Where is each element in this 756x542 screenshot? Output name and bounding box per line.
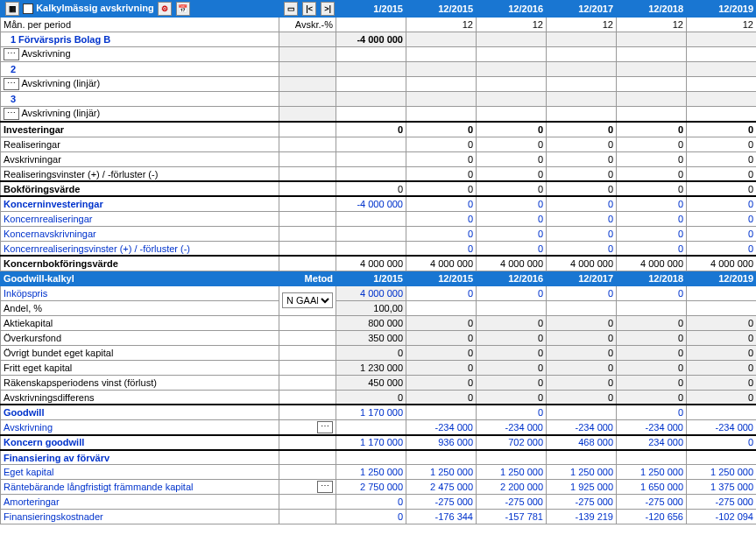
gw-inkopspris: Inköpspris <box>1 285 279 300</box>
man-per-period-label: Mån. per period <box>1 18 279 32</box>
koncern-realvinster: Koncernrealiseringsvinster (+) / -förlus… <box>1 241 279 256</box>
row2-label: 2 <box>1 62 279 77</box>
row1-text: Förvärspris Bolag B <box>18 34 110 45</box>
row1-v3[interactable] <box>547 32 617 47</box>
menu-icon[interactable]: ▦ <box>5 2 19 16</box>
row3-label: 3 <box>1 92 279 107</box>
row3-num: 3 <box>4 94 16 104</box>
header-checkbox[interactable] <box>23 4 33 14</box>
row1-v4[interactable] <box>617 32 687 47</box>
man-v2: 12 <box>477 18 547 32</box>
row3-avskr: ⋯ Avskrivning (linjär) <box>1 107 279 123</box>
koncern-avskrivningar: Koncernavskrivningar <box>1 226 279 241</box>
row1-v1[interactable] <box>406 32 477 47</box>
row1-avskr-pct[interactable] <box>279 47 336 62</box>
row3-pct[interactable] <box>279 92 336 107</box>
row1-avskr: ⋯ Avskrivning <box>1 47 279 62</box>
row2-more-icon[interactable]: ⋯ <box>4 78 19 90</box>
row1-pct[interactable] <box>279 32 336 47</box>
row2-avskr-pct[interactable] <box>279 77 336 92</box>
nav-icon[interactable]: ▭ <box>284 2 298 16</box>
gw-avskr-btn-cell: ⋯ <box>279 419 336 435</box>
gw-aktiekapital: Aktiekapital <box>1 315 279 330</box>
period-col-0: 1/2015 <box>336 1 406 18</box>
sum-realiseringar: Realiseringar <box>1 137 279 151</box>
sum-avskrivningar: Avskrivningar <box>1 151 279 166</box>
gw-konc: Koncern goodwill <box>1 435 279 450</box>
gw-ovrigt: Övrigt bundet eget kapital <box>1 345 279 360</box>
finans-eget: Eget kapital <box>1 465 279 480</box>
row1-v2[interactable] <box>477 32 547 47</box>
man-v5: 12 <box>687 18 757 32</box>
row1-label: 1 Förvärspris Bolag B <box>1 32 279 47</box>
header-title: Kalkylmässig avskrivning <box>36 3 154 13</box>
period-col-5: 12/2019 <box>687 1 757 18</box>
row1-v5[interactable] <box>687 32 757 47</box>
gw-avskr-more-icon[interactable]: ⋯ <box>317 421 333 433</box>
gw-goodwill: Goodwill <box>1 405 279 419</box>
koncern-realiseringar: Koncernrealiseringar <box>1 211 279 226</box>
gw-andel: Andel, % <box>1 300 279 315</box>
row2-pct[interactable] <box>279 62 336 77</box>
finans-finkost: Finansieringskostnader <box>1 510 279 524</box>
period-col-4: 12/2018 <box>617 1 687 18</box>
finans-amort: Amorteringar <box>1 495 279 510</box>
rantebar-btn-cell: ⋯ <box>279 480 336 495</box>
period-col-1: 12/2015 <box>406 1 477 18</box>
gw-avskrivning: Avskrivning <box>1 419 279 435</box>
rantebar-more-icon[interactable]: ⋯ <box>317 481 333 493</box>
row2-num: 2 <box>4 64 16 74</box>
row1-num: 1 <box>4 34 16 45</box>
metod-dropdown[interactable]: N GAAP <box>282 292 333 308</box>
toolbar-mid: ▭ |< >| ▼ <box>279 1 336 18</box>
gw-fritt: Fritt eget kapital <box>1 360 279 375</box>
row3-avskr-text: Avskrivning (linjär) <box>21 108 100 118</box>
row3-more-icon[interactable]: ⋯ <box>4 108 19 120</box>
sum-bokforingsvarde: Bokföringsvärde <box>1 181 279 196</box>
goodwill-title: Goodwill-kalkyl <box>1 271 279 285</box>
finans-title: Finansiering av förvärv <box>1 450 279 465</box>
row2-avskr: ⋯ Avskrivning (linjär) <box>1 77 279 92</box>
gw-avskrdiff: Avskrivningsdifferens <box>1 390 279 405</box>
tool-icon-1[interactable]: ⚙ <box>158 2 172 16</box>
row3-avskr-pct[interactable] <box>279 107 336 123</box>
man-v4: 12 <box>617 18 687 32</box>
row1-v0[interactable]: -4 000 000 <box>336 32 406 47</box>
prev-icon[interactable]: |< <box>302 2 316 16</box>
metod-dropdown-cell: N GAAP <box>279 285 336 315</box>
next-icon[interactable]: >| <box>321 2 335 16</box>
goodwill-metod-label: Metod <box>279 271 336 285</box>
man-v1: 12 <box>406 18 477 32</box>
period-col-2: 12/2016 <box>477 1 547 18</box>
row1-more-icon[interactable]: ⋯ <box>4 48 19 60</box>
finans-rantebar: Räntebärande långfristigt främmande kapi… <box>1 480 279 495</box>
toolbar-left: ▦ Kalkylmässig avskrivning ⚙ 📅 <box>1 1 279 18</box>
period-col-3: 12/2017 <box>547 1 617 18</box>
row1-avskr-text: Avskrivning <box>21 48 70 59</box>
tool-icon-2[interactable]: 📅 <box>176 2 190 16</box>
avskr-pct-label: Avskr.-% <box>279 18 336 32</box>
man-v3: 12 <box>547 18 617 32</box>
koncern-investeringar: Koncerninvesteringar <box>1 196 279 211</box>
sum-realvinster: Realiseringsvinster (+) / -förluster (-) <box>1 166 279 181</box>
gw-rakenskap: Räkenskapsperiodens vinst (förlust) <box>1 375 279 390</box>
sum-investeringar: Investeringar <box>1 122 279 137</box>
row2-avskr-text: Avskrivning (linjär) <box>21 78 100 88</box>
gw-overkursfond: Överkursfond <box>1 330 279 345</box>
koncern-bokforingsvarde: Koncernbokföringsvärde <box>1 256 279 271</box>
man-v0 <box>336 18 406 32</box>
